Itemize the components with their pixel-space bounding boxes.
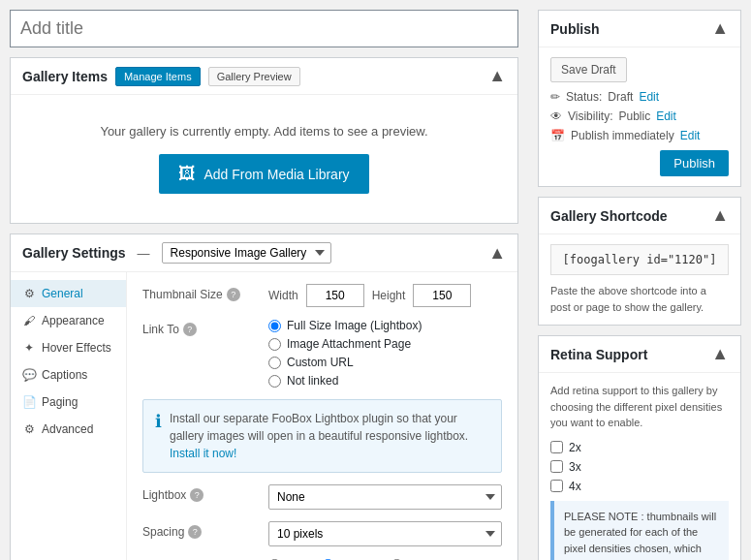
captions-icon: 💬 [22,368,36,382]
gallery-items-title-group: Gallery Items Manage Items Gallery Previ… [22,67,300,86]
link-attachment-radio[interactable] [268,338,281,351]
retina-body: Add retina support to this gallery by ch… [539,373,740,560]
gallery-type-select[interactable]: Responsive Image Gallery Masonry Justifi… [162,242,331,264]
visibility-label: Visibility: [568,109,612,123]
shortcode-toggle[interactable]: ▲ [711,205,729,226]
add-from-media-library-button[interactable]: 🖼 Add From Media Library [159,154,368,194]
nav-label-captions: Captions [42,368,87,382]
status-value: Draft [608,90,633,104]
nav-item-appearance[interactable]: 🖌 Appearance [11,307,126,334]
link-to-control: Full Size Image (Lightbox) Image Attachm… [268,319,502,388]
shortcode-display[interactable]: [foogallery id="1120"] [550,244,729,275]
link-attachment-option[interactable]: Image Attachment Page [268,337,502,351]
appearance-icon: 🖌 [22,314,36,327]
retina-3x-checkbox[interactable] [550,460,563,473]
gallery-settings-box: Gallery Settings — Responsive Image Gall… [10,233,518,560]
publish-when-label: Publish immediately [571,129,674,142]
publish-meta: ✏ Status: Draft Edit 👁 Visibility: Publi… [550,90,729,142]
width-label: Width [268,289,298,302]
media-icon: 🖼 [178,164,196,184]
advanced-icon: ⚙ [22,422,36,436]
retina-4x-row: 4x [550,480,729,493]
settings-panel: Thumbnail Size ? Width Height [127,272,517,560]
shortcode-body: [foogallery id="1120"] Paste the above s… [539,234,740,325]
link-to-row: Link To ? Full Size Image (Lightbox) Ima… [142,319,502,388]
gallery-settings-label: Gallery Settings [22,245,126,261]
shortcode-header: Gallery Shortcode ▲ [539,198,740,234]
link-fullsize-option[interactable]: Full Size Image (Lightbox) [268,319,502,332]
link-custom-radio[interactable] [268,357,281,369]
hover-effects-icon: ✦ [22,341,36,355]
nav-label-appearance: Appearance [42,314,105,327]
general-icon: ⚙ [22,287,36,300]
foobox-info-box: ℹ Install our separate FooBox Lightbox p… [142,399,502,473]
publish-time-row: 📅 Publish immediately Edit [550,129,729,142]
install-foobox-link[interactable]: Install it now! [170,447,236,460]
publish-time-edit-link[interactable]: Edit [680,129,701,142]
link-to-label: Link To ? [142,319,268,336]
nav-item-hover-effects[interactable]: ✦ Hover Effects [11,334,126,361]
publish-toggle[interactable]: ▲ [711,18,729,39]
spacing-row: Spacing ? 10 pixels 5 pixels 15 pixels 2… [142,521,502,546]
thumbnail-size-help[interactable]: ? [227,288,240,301]
lightbox-select[interactable]: None FooBox Custom [268,484,502,510]
retina-header: Retina Support ▲ [539,336,740,373]
retina-description: Add retina support to this gallery by ch… [550,383,729,431]
retina-toggle[interactable]: ▲ [711,344,729,364]
status-icon: ✏ [550,90,560,104]
post-title-input[interactable] [10,10,518,47]
gallery-items-toggle[interactable]: ▲ [488,66,506,86]
publish-box: Publish ▲ Save Draft ✏ Status: Draft Edi… [538,10,741,187]
link-none-radio[interactable] [268,375,281,388]
retina-3x-label: 3x [569,460,581,474]
gallery-settings-toggle[interactable]: ▲ [488,243,506,264]
shortcode-title: Gallery Shortcode [550,208,668,224]
nav-label-hover-effects: Hover Effects [42,341,111,355]
thumbnail-size-control: Width Height [268,284,502,307]
gallery-settings-header: Gallery Settings — Responsive Image Gall… [11,234,517,272]
nav-item-paging[interactable]: 📄 Paging [11,389,126,416]
shortcode-box: Gallery Shortcode ▲ [foogallery id="1120… [538,197,741,326]
settings-nav: ⚙ General 🖌 Appearance ✦ Hover Effects 💬… [11,272,127,560]
manage-items-tab[interactable]: Manage Items [115,67,201,86]
retina-please-note: PLEASE NOTE : thumbnails will be generat… [550,501,729,561]
link-none-option[interactable]: Not linked [268,374,502,388]
retina-4x-label: 4x [569,480,581,493]
thumbnail-size-label: Thumbnail Size ? [142,284,268,301]
thumbnail-width-input[interactable] [306,284,364,307]
nav-label-general: General [42,287,83,300]
thumbnail-size-row: Thumbnail Size ? Width Height [142,284,502,307]
publish-box-header: Publish ▲ [539,11,740,47]
visibility-edit-link[interactable]: Edit [656,109,676,123]
save-draft-button[interactable]: Save Draft [550,57,627,82]
nav-item-advanced[interactable]: ⚙ Advanced [11,416,126,443]
nav-label-advanced: Advanced [42,422,93,436]
lightbox-label: Lightbox ? [142,484,268,502]
spacing-label: Spacing ? [142,521,268,539]
visibility-value: Public [618,109,650,123]
nav-item-captions[interactable]: 💬 Captions [11,361,126,389]
status-edit-link[interactable]: Edit [639,90,659,104]
nav-label-paging: Paging [42,395,78,409]
publish-button[interactable]: Publish [660,150,729,176]
retina-box: Retina Support ▲ Add retina support to t… [538,335,741,560]
retina-4x-checkbox[interactable] [550,480,563,492]
sidebar: Publish ▲ Save Draft ✏ Status: Draft Edi… [528,0,751,560]
spacing-help[interactable]: ? [188,525,202,539]
shortcode-description: Paste the above shortcode into a post or… [550,283,729,315]
info-text: Install our separate FooBox Lightbox plu… [170,410,489,462]
link-custom-option[interactable]: Custom URL [268,356,502,369]
lightbox-help[interactable]: ? [190,488,203,502]
link-fullsize-radio[interactable] [268,320,281,332]
paging-icon: 📄 [22,395,36,409]
thumbnail-height-input[interactable] [413,284,471,307]
link-to-help[interactable]: ? [183,323,197,336]
publish-btn-row: Publish [550,150,729,176]
retina-title: Retina Support [550,347,647,362]
gallery-preview-tab[interactable]: Gallery Preview [208,67,300,86]
retina-2x-checkbox[interactable] [550,441,563,453]
nav-item-general[interactable]: ⚙ General [11,280,126,307]
visibility-icon: 👁 [550,109,562,123]
spacing-select[interactable]: 10 pixels 5 pixels 15 pixels 20 pixels [268,521,502,546]
gallery-items-box: Gallery Items Manage Items Gallery Previ… [10,57,518,224]
